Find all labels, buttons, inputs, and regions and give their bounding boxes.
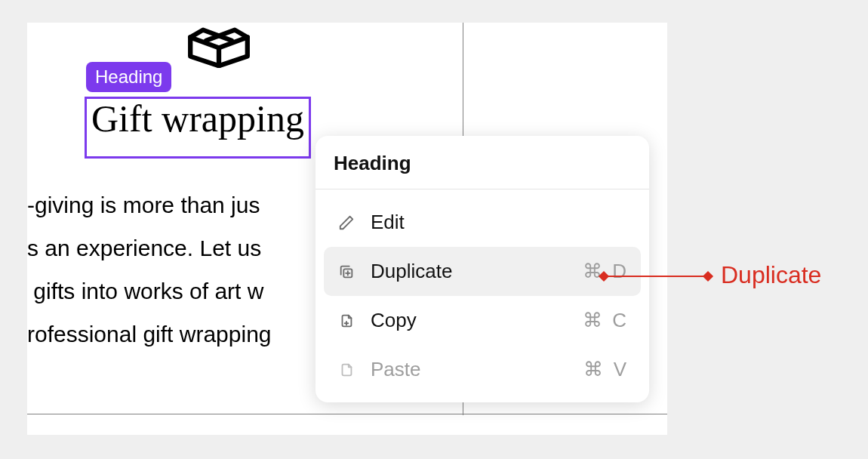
- duplicate-icon: [336, 261, 357, 282]
- callout-label: Duplicate: [721, 261, 821, 289]
- menu-item-label: Paste: [371, 358, 583, 381]
- paragraph-line: -giving is more than jus: [27, 193, 260, 217]
- menu-item-copy[interactable]: Copy ⌘ C: [324, 296, 641, 345]
- context-menu-list: Edit Duplicate ⌘ D Copy: [315, 189, 649, 402]
- copy-icon: [336, 310, 357, 331]
- body-paragraph: -giving is more than jus s an experience…: [27, 183, 272, 356]
- paragraph-line: gifts into works of art w: [27, 279, 263, 303]
- menu-item-label: Duplicate: [371, 260, 583, 283]
- paste-icon: [336, 359, 357, 380]
- context-menu: Heading Edit Duplicate ⌘ D: [315, 136, 649, 402]
- element-type-badge: Heading: [86, 62, 171, 92]
- gift-box-icon: [171, 15, 267, 71]
- menu-item-label: Copy: [371, 309, 583, 332]
- menu-item-shortcut: ⌘ V: [583, 358, 629, 381]
- menu-item-edit[interactable]: Edit: [324, 198, 641, 247]
- paragraph-line: rofessional gift wrapping: [27, 322, 272, 347]
- menu-item-shortcut: ⌘ C: [583, 309, 629, 332]
- paragraph-line: s an experience. Let us: [27, 236, 268, 260]
- horizontal-divider: [27, 414, 667, 414]
- selected-heading[interactable]: Gift wrapping: [85, 97, 311, 159]
- menu-item-duplicate[interactable]: Duplicate ⌘ D: [324, 247, 641, 296]
- context-menu-title: Heading: [315, 136, 649, 189]
- menu-item-paste: Paste ⌘ V: [324, 345, 641, 394]
- menu-item-label: Edit: [371, 211, 629, 234]
- callout-connector: [603, 276, 709, 277]
- pencil-icon: [336, 212, 357, 233]
